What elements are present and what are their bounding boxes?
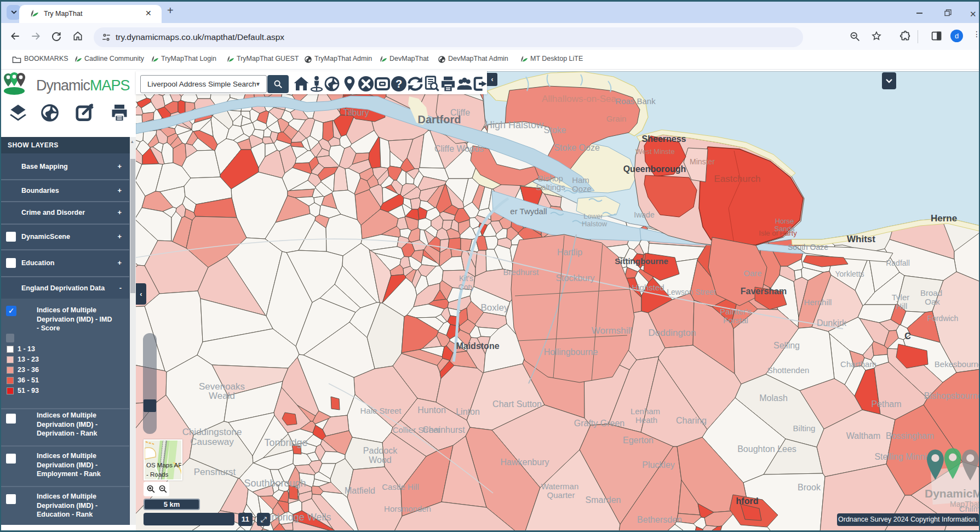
svg-text:Yorkletts: Yorkletts <box>835 270 864 278</box>
svg-text:Hernhill: Hernhill <box>804 298 832 307</box>
svg-text:Lower: Lower <box>583 212 603 220</box>
svg-text:Lewson Street: Lewson Street <box>667 288 716 296</box>
svg-text:Sheerness: Sheerness <box>642 134 686 144</box>
svg-text:Bishop: Bishop <box>538 174 563 183</box>
svg-text:Hollingbourne: Hollingbourne <box>544 347 598 357</box>
svg-text:Bethersden: Bethersden <box>637 515 682 524</box>
svg-text:DynamicMAPS: DynamicMAPS <box>925 487 979 500</box>
svg-text:Stelling Minnis: Stelling Minnis <box>874 452 931 461</box>
svg-text:Chart Sutton: Chart Sutton <box>492 399 542 409</box>
svg-text:Cliffe Woods: Cliffe Woods <box>434 144 484 153</box>
svg-text:Stoke Ooze: Stoke Ooze <box>554 143 600 152</box>
svg-text:Waltham: Waltham <box>846 431 881 441</box>
svg-text:Hawkenbury: Hawkenbury <box>501 457 549 467</box>
svg-text:MapThat: MapThat <box>950 500 979 508</box>
svg-text:Bossingham: Bossingham <box>886 431 934 441</box>
svg-text:South Oaze: South Oaze <box>788 243 828 251</box>
svg-text:High Halstow: High Halstow <box>485 119 544 130</box>
svg-text:Iwade: Iwade <box>634 210 655 219</box>
svg-text:Paddock: Paddock <box>363 446 398 455</box>
svg-text:Grafty Green: Grafty Green <box>574 419 624 428</box>
svg-text:Highsted: Highsted <box>632 283 664 292</box>
svg-text:Roas Bank: Roas Bank <box>615 96 656 106</box>
svg-text:Tonbridge: Tonbridge <box>264 437 307 448</box>
svg-text:Chainhurst: Chainhurst <box>422 425 465 434</box>
svg-text:Hill: Hill <box>896 301 908 311</box>
svg-text:Penshurst: Penshurst <box>194 467 236 477</box>
svg-text:Grain: Grain <box>606 114 627 123</box>
svg-text:Faversham: Faversham <box>741 287 787 296</box>
svg-text:West Minste: West Minste <box>635 147 674 156</box>
svg-text:Allhallows-on-Sea: Allhallows-on-Sea <box>542 94 617 104</box>
svg-text:Weald: Weald <box>209 391 235 401</box>
svg-text:Heath: Heath <box>635 415 657 425</box>
svg-text:- Roads: - Roads <box>146 471 169 478</box>
svg-text:Lenham: Lenham <box>631 407 660 416</box>
svg-text:Matfield: Matfield <box>345 486 375 495</box>
svg-text:Painter's: Painter's <box>720 307 752 316</box>
svg-text:Maidstone: Maidstone <box>456 341 499 351</box>
svg-text:Horse: Horse <box>775 217 794 225</box>
svg-text:Petham: Petham <box>871 399 901 409</box>
svg-text:Herne: Herne <box>931 213 957 224</box>
svg-text:Bekesbourne: Bekesbourne <box>935 359 979 369</box>
svg-text:Halstow: Halstow <box>582 220 608 228</box>
svg-text:Molash: Molash <box>759 393 788 403</box>
svg-text:Bredhurst: Bredhurst <box>503 267 539 277</box>
svg-text:Forstal: Forstal <box>723 316 748 325</box>
svg-text:Brook: Brook <box>798 483 821 492</box>
svg-text:?: ? <box>396 78 402 90</box>
svg-text:Broad: Broad <box>920 288 942 298</box>
svg-text:Whitst: Whitst <box>847 234 875 244</box>
svg-text:C: C <box>904 331 911 341</box>
svg-text:Tyler: Tyler <box>892 293 910 302</box>
svg-text:Hunton: Hunton <box>417 405 446 415</box>
svg-text:Doddington: Doddington <box>649 328 696 338</box>
svg-text:Saltings: Saltings <box>536 182 565 192</box>
svg-text:Stoke: Stoke <box>544 125 566 135</box>
svg-text:Bilting: Bilting <box>793 424 816 433</box>
svg-text:hford: hford <box>736 496 759 506</box>
svg-text:Boughton Lees: Boughton Lees <box>737 444 796 454</box>
svg-text:Bishopsbourne: Bishopsbourne <box>924 391 979 401</box>
svg-text:Boxley: Boxley <box>480 302 509 313</box>
svg-text:Stockbury: Stockbury <box>555 273 594 283</box>
svg-text:Smarden: Smarden <box>586 495 621 505</box>
svg-text:Minster: Minster <box>690 157 715 166</box>
svg-text:Dunkirk: Dunkirk <box>817 318 847 328</box>
svg-text:OS Maps API: OS Maps API <box>146 462 182 468</box>
svg-text:Hale Street: Hale Street <box>360 406 402 415</box>
svg-text:Chartham: Chartham <box>840 359 876 369</box>
svg-text:Oak: Oak <box>925 297 940 306</box>
svg-text:Sittingbourne: Sittingbourne <box>615 256 668 266</box>
svg-text:Quarter: Quarter <box>547 490 575 500</box>
svg-text:Hartlip: Hartlip <box>557 248 582 257</box>
svg-text:Charing: Charing <box>676 416 707 425</box>
svg-text:Eastchurch: Eastchurch <box>714 174 760 184</box>
svg-text:Ham: Ham <box>572 175 589 185</box>
svg-text:Linton: Linton <box>456 407 480 416</box>
svg-text:Queenborough: Queenborough <box>623 164 686 174</box>
svg-text:Cliffe: Cliffe <box>450 108 470 117</box>
svg-text:Wormshill: Wormshill <box>592 325 632 336</box>
svg-text:Ooze: Ooze <box>572 184 592 193</box>
svg-text:Kit's: Kit's <box>459 274 473 283</box>
svg-text:Fordwich: Fordwich <box>927 314 959 323</box>
svg-text:Horsmonden: Horsmonden <box>384 504 431 513</box>
svg-text:Waterman: Waterman <box>541 482 579 491</box>
svg-text:Castle Hill: Castle Hill <box>382 482 419 491</box>
svg-text:Southborough: Southborough <box>244 478 306 489</box>
svg-text:Chiddingstone: Chiddingstone <box>182 427 242 437</box>
svg-text:Tunbridge Wells: Tunbridge Wells <box>260 512 331 523</box>
svg-text:Selling: Selling <box>773 341 800 350</box>
svg-text:Sands: Sands <box>775 225 795 233</box>
svg-text:Causeway: Causeway <box>190 437 234 447</box>
svg-text:Tilbury: Tilbury <box>343 108 369 117</box>
svg-text:Wood: Wood <box>369 455 392 465</box>
svg-text:er Twydall: er Twydall <box>510 207 547 216</box>
svg-text:Pluckley: Pluckley <box>642 460 675 470</box>
svg-text:Egerton: Egerton <box>623 436 654 445</box>
svg-text:Radfall: Radfall <box>886 259 910 267</box>
svg-text:Coty: Coty <box>459 283 474 291</box>
svg-text:Shottenden: Shottenden <box>767 365 810 375</box>
